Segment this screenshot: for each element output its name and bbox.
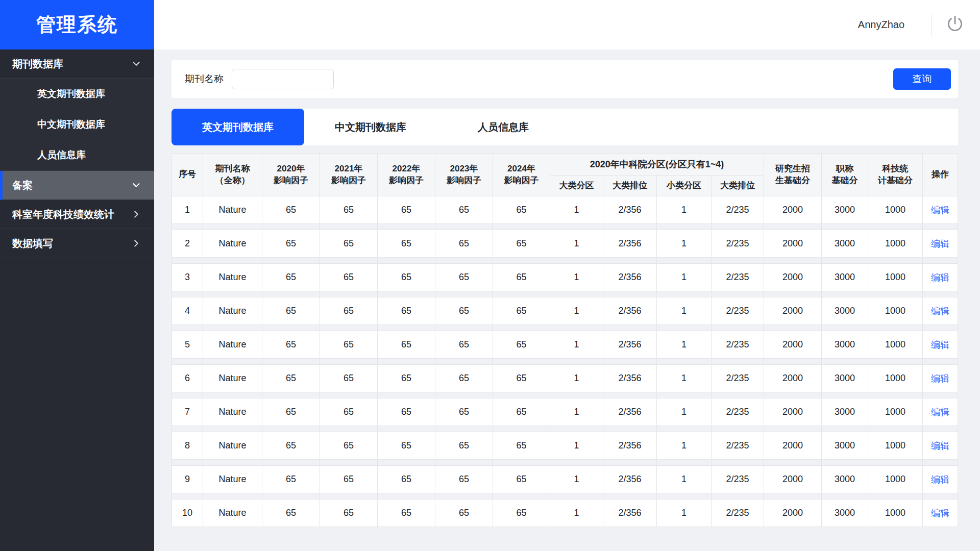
cell-cas_minor: 1 [657, 331, 712, 359]
row-spacer-cell [712, 258, 764, 264]
row-spacer [172, 359, 958, 365]
sidebar-item-annual-performance[interactable]: 科室年度科技绩效统计 [0, 200, 154, 229]
edit-link[interactable]: 编辑 [931, 441, 949, 451]
row-spacer [172, 392, 958, 398]
row-spacer-cell [923, 325, 958, 331]
cell-name: Nature [203, 432, 262, 460]
cell-cas_major: 1 [550, 432, 603, 460]
row-spacer-cell [378, 258, 435, 264]
row-spacer-cell [172, 426, 203, 432]
edit-link[interactable]: 编辑 [931, 306, 949, 316]
row-spacer-cell [764, 460, 822, 466]
edit-link[interactable]: 编辑 [931, 474, 949, 485]
logout-power-button[interactable] [944, 14, 966, 36]
cell-seq: 5 [172, 331, 203, 359]
tab-chinese-journal-db[interactable]: 中文期刊数据库 [304, 109, 437, 145]
cell-cas_major_rank: 2/356 [603, 264, 657, 291]
sidebar-item-journal-db[interactable]: 期刊数据库 [0, 49, 154, 79]
row-spacer [172, 460, 958, 466]
cell-seq: 3 [172, 264, 203, 291]
cell-if2023: 65 [435, 398, 493, 426]
edit-link[interactable]: 编辑 [931, 272, 949, 283]
cell-grad_score: 2000 [764, 398, 822, 426]
row-spacer-cell [378, 426, 435, 432]
tab-personnel-db[interactable]: 人员信息库 [437, 109, 570, 145]
row-spacer-cell [550, 325, 603, 331]
edit-link[interactable]: 编辑 [931, 508, 949, 518]
cell-if2024: 65 [493, 365, 550, 392]
edit-link[interactable]: 编辑 [931, 340, 949, 350]
row-spacer-cell [493, 224, 550, 230]
content-area: 期刊名称 查询 英文期刊数据库 中文期刊数据库 人员信息库 序号 [154, 49, 980, 551]
cell-if2022: 65 [378, 365, 435, 392]
row-spacer-cell [493, 325, 550, 331]
edit-link[interactable]: 编辑 [931, 373, 949, 384]
cell-name: Nature [203, 297, 262, 325]
row-spacer-cell [493, 392, 550, 398]
cell-action: 编辑 [923, 230, 958, 258]
row-spacer-cell [822, 392, 868, 398]
row-spacer-cell [378, 224, 435, 230]
cell-if2023: 65 [435, 499, 493, 527]
cell-seq: 8 [172, 432, 203, 460]
cell-if2020: 65 [262, 466, 320, 493]
sidebar-item-filing[interactable]: 备案 [0, 171, 154, 200]
row-spacer-cell [203, 291, 262, 297]
row-spacer-cell [923, 392, 958, 398]
table-row: 6Nature656565656512/35612/23520003000100… [172, 365, 958, 392]
chevron-down-icon [131, 58, 142, 69]
row-spacer-cell [550, 493, 603, 499]
cell-if2024: 65 [493, 196, 550, 224]
chevron-right-icon [131, 209, 142, 220]
sidebar-item-personnel-db[interactable]: 人员信息库 [0, 140, 154, 170]
edit-link[interactable]: 编辑 [931, 239, 949, 249]
cell-action: 编辑 [923, 499, 958, 527]
row-spacer-cell [822, 426, 868, 432]
cell-rank_score: 3000 [822, 466, 868, 493]
row-spacer-cell [320, 258, 378, 264]
cell-if2024: 65 [493, 230, 550, 258]
row-spacer-cell [203, 258, 262, 264]
table-row: 3Nature656565656512/35612/23520003000100… [172, 264, 958, 291]
row-spacer-cell [378, 291, 435, 297]
journal-table: 序号 期刊名称 （全称） 2020年 影响因子 2021年 影响因子 2022 [172, 153, 958, 527]
topbar-divider [931, 14, 932, 36]
row-spacer-cell [262, 359, 320, 365]
cell-if2020: 65 [262, 398, 320, 426]
sidebar-item-english-journal-db[interactable]: 英文期刊数据库 [0, 79, 154, 109]
cell-seq: 4 [172, 297, 203, 325]
row-spacer-cell [203, 392, 262, 398]
row-spacer-cell [712, 426, 764, 432]
query-button[interactable]: 查询 [893, 68, 951, 90]
edit-link[interactable]: 编辑 [931, 205, 949, 215]
cell-if2024: 65 [493, 331, 550, 359]
row-spacer-cell [822, 325, 868, 331]
cell-tech_score: 1000 [868, 297, 923, 325]
sidebar-item-chinese-journal-db[interactable]: 中文期刊数据库 [0, 109, 154, 140]
cell-cas_major_rank: 2/356 [603, 230, 657, 258]
journal-name-input[interactable] [232, 69, 334, 89]
col-if-2023-line2: 影响因子 [437, 175, 491, 187]
cell-if2024: 65 [493, 466, 550, 493]
row-spacer-cell [603, 325, 657, 331]
cell-if2021: 65 [320, 466, 378, 493]
row-spacer-cell [320, 392, 378, 398]
row-spacer-cell [868, 291, 923, 297]
username[interactable]: AnnyZhao [858, 19, 904, 31]
row-spacer-cell [822, 224, 868, 230]
row-spacer-cell [435, 291, 493, 297]
row-spacer-cell [923, 359, 958, 365]
cell-if2021: 65 [320, 365, 378, 392]
edit-link[interactable]: 编辑 [931, 407, 949, 417]
col-rank-line2: 基础分 [823, 175, 866, 187]
cell-if2023: 65 [435, 264, 493, 291]
row-spacer-cell [493, 359, 550, 365]
row-spacer-cell [657, 325, 712, 331]
row-spacer [172, 426, 958, 432]
row-spacer-cell [603, 426, 657, 432]
tab-english-journal-db[interactable]: 英文期刊数据库 [172, 109, 304, 145]
cell-if2022: 65 [378, 499, 435, 527]
cell-if2021: 65 [320, 499, 378, 527]
sidebar-item-data-entry[interactable]: 数据填写 [0, 229, 154, 258]
cell-if2020: 65 [262, 499, 320, 527]
